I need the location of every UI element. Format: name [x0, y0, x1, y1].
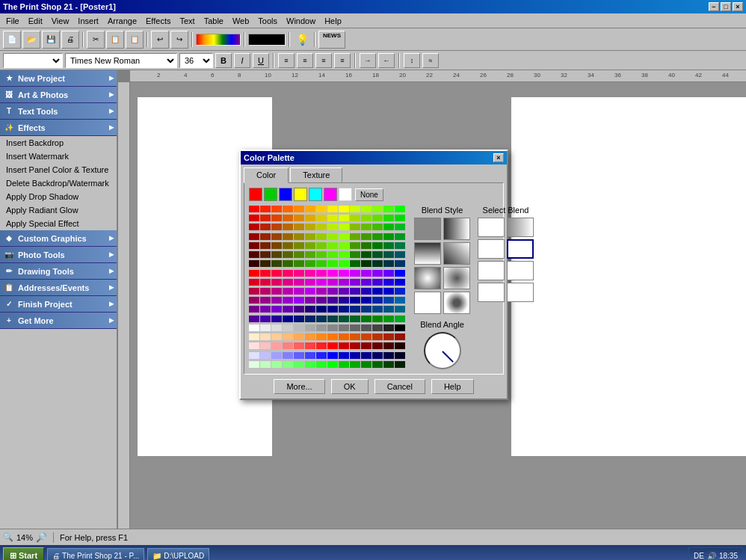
color-cell[interactable]: [316, 215, 327, 221]
color-cell[interactable]: [327, 233, 338, 240]
menu-item-help[interactable]: Help: [320, 15, 346, 27]
zoom-in-icon[interactable]: 🔎: [36, 532, 47, 543]
align-justify-btn[interactable]: ≡: [334, 53, 351, 68]
color-cell[interactable]: [249, 260, 259, 267]
menu-item-text[interactable]: Text: [175, 15, 199, 27]
color-cell[interactable]: [372, 361, 383, 368]
color-cell[interactable]: [260, 316, 271, 322]
font-size-select[interactable]: 36: [179, 53, 213, 68]
undo-btn[interactable]: ↩: [151, 31, 169, 49]
color-cell[interactable]: [294, 333, 304, 340]
color-cell[interactable]: [372, 333, 383, 340]
effects-subitem[interactable]: Apply Drop Shadow: [0, 190, 117, 203]
color-cell[interactable]: [383, 279, 394, 286]
bulb-icon[interactable]: 💡: [293, 31, 311, 49]
color-cell[interactable]: [283, 279, 293, 286]
color-cell[interactable]: [350, 352, 360, 359]
color-cell[interactable]: [372, 260, 383, 267]
align-center-btn[interactable]: ≡: [297, 53, 313, 68]
color-cell[interactable]: [294, 251, 304, 258]
color-cell[interactable]: [395, 352, 405, 359]
color-cell[interactable]: [350, 279, 360, 286]
color-cell[interactable]: [249, 333, 259, 340]
menu-item-insert[interactable]: Insert: [73, 15, 103, 27]
sidebar-section-custom-graphics[interactable]: ◆Custom Graphics▶: [0, 230, 117, 247]
color-cell[interactable]: [395, 206, 405, 212]
quick-swatch-cyan[interactable]: [309, 188, 322, 201]
color-cell[interactable]: [372, 215, 383, 221]
color-cell[interactable]: [305, 288, 315, 295]
effects-subitem[interactable]: Insert Watermark: [0, 150, 117, 163]
color-cell[interactable]: [305, 206, 315, 212]
color-cell[interactable]: [372, 224, 383, 230]
color-cell[interactable]: [294, 242, 304, 249]
color-cell[interactable]: [339, 306, 349, 313]
sidebar-section-finish-project[interactable]: ✓Finish Project▶: [0, 296, 117, 313]
color-cell[interactable]: [327, 288, 338, 295]
color-cell[interactable]: [260, 270, 271, 277]
color-cell[interactable]: [249, 242, 259, 249]
color-cell[interactable]: [395, 251, 405, 258]
color-cell[interactable]: [350, 333, 360, 340]
select-blend-2[interactable]: [507, 218, 534, 237]
color-cell[interactable]: [305, 233, 315, 240]
color-cell[interactable]: [305, 279, 315, 286]
color-cell[interactable]: [305, 316, 315, 322]
menu-item-tools[interactable]: Tools: [253, 15, 282, 27]
color-cell[interactable]: [316, 306, 327, 313]
color-cell[interactable]: [249, 342, 259, 349]
news-btn[interactable]: NEWS: [318, 31, 345, 49]
select-blend-7[interactable]: [478, 283, 505, 302]
color-cell[interactable]: [339, 297, 349, 304]
color-cell[interactable]: [260, 361, 271, 368]
italic-button[interactable]: I: [234, 53, 250, 68]
color-cell[interactable]: [283, 288, 293, 295]
color-cell[interactable]: [316, 260, 327, 267]
color-cell[interactable]: [372, 324, 383, 331]
color-cell[interactable]: [339, 260, 349, 267]
color-cell[interactable]: [372, 288, 383, 295]
indent-btn[interactable]: →: [360, 53, 376, 68]
ok-button[interactable]: OK: [331, 379, 369, 394]
color-cell[interactable]: [327, 352, 338, 359]
color-cell[interactable]: [260, 333, 271, 340]
color-cell[interactable]: [249, 324, 259, 331]
color-cell[interactable]: [283, 251, 293, 258]
color-cell[interactable]: [372, 270, 383, 277]
color-cell[interactable]: [249, 215, 259, 221]
color-cell[interactable]: [395, 270, 405, 277]
color-cell[interactable]: [339, 224, 349, 230]
align-left-btn[interactable]: ≡: [278, 53, 295, 68]
sidebar-section-art-photos[interactable]: 🖼Art & Photos▶: [0, 87, 117, 103]
color-cell[interactable]: [305, 324, 315, 331]
color-cell[interactable]: [260, 279, 271, 286]
color-cell[interactable]: [260, 324, 271, 331]
color-cell[interactable]: [361, 206, 372, 212]
blend-style-hgrad[interactable]: [443, 218, 470, 240]
color-cell[interactable]: [350, 233, 360, 240]
color-cell[interactable]: [249, 316, 259, 322]
color-cell[interactable]: [283, 361, 293, 368]
color-cell[interactable]: [316, 324, 327, 331]
menu-item-file[interactable]: File: [1, 15, 24, 27]
menu-item-table[interactable]: Table: [200, 15, 228, 27]
color-cell[interactable]: [327, 306, 338, 313]
color-cell[interactable]: [327, 251, 338, 258]
color-cell[interactable]: [395, 316, 405, 322]
color-cell[interactable]: [372, 352, 383, 359]
color-cell[interactable]: [383, 242, 394, 249]
color-cell[interactable]: [383, 288, 394, 295]
color-cell[interactable]: [383, 342, 394, 349]
color-cell[interactable]: [327, 316, 338, 322]
color-cell[interactable]: [260, 288, 271, 295]
color-cell[interactable]: [327, 242, 338, 249]
color-cell[interactable]: [271, 333, 282, 340]
cancel-button[interactable]: Cancel: [374, 379, 425, 394]
menu-item-arrange[interactable]: Arrange: [103, 15, 141, 27]
paste-btn[interactable]: 📋: [126, 31, 144, 49]
color-cell[interactable]: [361, 306, 372, 313]
color-cell[interactable]: [383, 316, 394, 322]
color-cell[interactable]: [372, 251, 383, 258]
color-cell[interactable]: [361, 224, 372, 230]
color-cell[interactable]: [339, 242, 349, 249]
